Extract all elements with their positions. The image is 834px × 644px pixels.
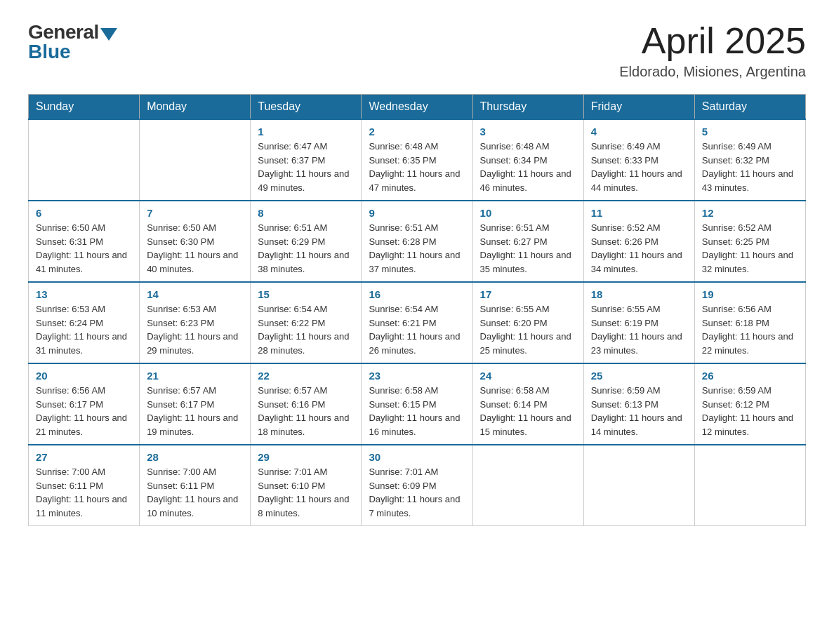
calendar-cell: 2Sunrise: 6:48 AMSunset: 6:35 PMDaylight… bbox=[362, 119, 472, 201]
day-number: 25 bbox=[591, 370, 687, 382]
calendar-cell: 19Sunrise: 6:56 AMSunset: 6:18 PMDayligh… bbox=[694, 282, 805, 363]
day-info: Sunrise: 6:58 AMSunset: 6:15 PMDaylight:… bbox=[369, 384, 465, 438]
calendar-header-tuesday: Tuesday bbox=[251, 95, 362, 120]
calendar-cell: 9Sunrise: 6:51 AMSunset: 6:28 PMDaylight… bbox=[362, 201, 472, 282]
calendar-cell: 13Sunrise: 6:53 AMSunset: 6:24 PMDayligh… bbox=[29, 282, 140, 363]
week-row-3: 13Sunrise: 6:53 AMSunset: 6:24 PMDayligh… bbox=[29, 282, 806, 363]
day-number: 17 bbox=[480, 288, 576, 300]
day-info: Sunrise: 6:52 AMSunset: 6:26 PMDaylight:… bbox=[591, 221, 687, 276]
calendar-cell: 16Sunrise: 6:54 AMSunset: 6:21 PMDayligh… bbox=[362, 282, 472, 363]
week-row-2: 6Sunrise: 6:50 AMSunset: 6:31 PMDaylight… bbox=[29, 201, 806, 282]
calendar-cell: 15Sunrise: 6:54 AMSunset: 6:22 PMDayligh… bbox=[251, 282, 362, 363]
day-number: 15 bbox=[258, 288, 354, 300]
day-info: Sunrise: 6:51 AMSunset: 6:29 PMDaylight:… bbox=[258, 221, 354, 276]
day-number: 1 bbox=[258, 126, 354, 137]
day-info: Sunrise: 6:47 AMSunset: 6:37 PMDaylight:… bbox=[258, 140, 354, 194]
day-info: Sunrise: 6:57 AMSunset: 6:17 PMDaylight:… bbox=[147, 384, 243, 438]
day-info: Sunrise: 6:51 AMSunset: 6:27 PMDaylight:… bbox=[480, 221, 576, 276]
day-number: 2 bbox=[369, 126, 465, 137]
day-number: 12 bbox=[702, 207, 798, 219]
day-number: 13 bbox=[36, 288, 132, 300]
day-number: 16 bbox=[369, 288, 465, 300]
calendar-cell: 24Sunrise: 6:58 AMSunset: 6:14 PMDayligh… bbox=[472, 363, 583, 445]
day-number: 28 bbox=[147, 451, 243, 463]
month-title: April 2025 bbox=[619, 21, 806, 61]
day-info: Sunrise: 6:50 AMSunset: 6:30 PMDaylight:… bbox=[147, 221, 243, 276]
calendar-cell bbox=[140, 119, 251, 201]
day-number: 7 bbox=[147, 207, 243, 219]
day-info: Sunrise: 6:55 AMSunset: 6:20 PMDaylight:… bbox=[480, 302, 576, 357]
page-header: General Blue April 2025 Eldorado, Mision… bbox=[28, 21, 806, 80]
day-info: Sunrise: 6:49 AMSunset: 6:32 PMDaylight:… bbox=[702, 140, 798, 194]
calendar-cell: 8Sunrise: 6:51 AMSunset: 6:29 PMDaylight… bbox=[251, 201, 362, 282]
calendar-cell: 6Sunrise: 6:50 AMSunset: 6:31 PMDaylight… bbox=[29, 201, 140, 282]
day-number: 5 bbox=[702, 126, 798, 137]
calendar-header-monday: Monday bbox=[140, 95, 251, 120]
calendar-cell: 12Sunrise: 6:52 AMSunset: 6:25 PMDayligh… bbox=[694, 201, 805, 282]
day-info: Sunrise: 6:57 AMSunset: 6:16 PMDaylight:… bbox=[258, 384, 354, 438]
calendar-cell: 29Sunrise: 7:01 AMSunset: 6:10 PMDayligh… bbox=[251, 445, 362, 526]
calendar-cell: 3Sunrise: 6:48 AMSunset: 6:34 PMDaylight… bbox=[472, 119, 583, 201]
logo-arrow-icon bbox=[100, 28, 117, 41]
calendar-table: SundayMondayTuesdayWednesdayThursdayFrid… bbox=[28, 94, 806, 526]
day-number: 19 bbox=[702, 288, 798, 300]
calendar-cell bbox=[29, 119, 140, 201]
calendar-cell: 7Sunrise: 6:50 AMSunset: 6:30 PMDaylight… bbox=[140, 201, 251, 282]
calendar-cell bbox=[583, 445, 694, 526]
week-row-5: 27Sunrise: 7:00 AMSunset: 6:11 PMDayligh… bbox=[29, 445, 806, 526]
day-number: 10 bbox=[480, 207, 576, 219]
day-info: Sunrise: 7:00 AMSunset: 6:11 PMDaylight:… bbox=[36, 465, 132, 520]
day-number: 6 bbox=[36, 207, 132, 219]
day-info: Sunrise: 6:52 AMSunset: 6:25 PMDaylight:… bbox=[702, 221, 798, 276]
calendar-cell: 22Sunrise: 6:57 AMSunset: 6:16 PMDayligh… bbox=[251, 363, 362, 445]
day-number: 26 bbox=[702, 370, 798, 382]
day-info: Sunrise: 6:48 AMSunset: 6:34 PMDaylight:… bbox=[480, 140, 576, 194]
day-info: Sunrise: 6:54 AMSunset: 6:21 PMDaylight:… bbox=[369, 302, 465, 357]
day-info: Sunrise: 7:01 AMSunset: 6:09 PMDaylight:… bbox=[369, 465, 465, 520]
calendar-cell: 21Sunrise: 6:57 AMSunset: 6:17 PMDayligh… bbox=[140, 363, 251, 445]
day-number: 20 bbox=[36, 370, 132, 382]
calendar-cell: 17Sunrise: 6:55 AMSunset: 6:20 PMDayligh… bbox=[472, 282, 583, 363]
day-info: Sunrise: 6:51 AMSunset: 6:28 PMDaylight:… bbox=[369, 221, 465, 276]
title-section: April 2025 Eldorado, Misiones, Argentina bbox=[619, 21, 806, 80]
day-number: 14 bbox=[147, 288, 243, 300]
day-number: 23 bbox=[369, 370, 465, 382]
calendar-cell: 18Sunrise: 6:55 AMSunset: 6:19 PMDayligh… bbox=[583, 282, 694, 363]
day-number: 21 bbox=[147, 370, 243, 382]
day-info: Sunrise: 6:50 AMSunset: 6:31 PMDaylight:… bbox=[36, 221, 132, 276]
calendar-header-friday: Friday bbox=[583, 95, 694, 120]
day-info: Sunrise: 6:59 AMSunset: 6:12 PMDaylight:… bbox=[702, 384, 798, 438]
week-row-4: 20Sunrise: 6:56 AMSunset: 6:17 PMDayligh… bbox=[29, 363, 806, 445]
calendar-cell: 26Sunrise: 6:59 AMSunset: 6:12 PMDayligh… bbox=[694, 363, 805, 445]
day-info: Sunrise: 6:48 AMSunset: 6:35 PMDaylight:… bbox=[369, 140, 465, 194]
day-number: 24 bbox=[480, 370, 576, 382]
day-number: 18 bbox=[591, 288, 687, 300]
day-number: 11 bbox=[591, 207, 687, 219]
day-info: Sunrise: 6:53 AMSunset: 6:24 PMDaylight:… bbox=[36, 302, 132, 357]
logo: General Blue bbox=[28, 21, 117, 63]
day-info: Sunrise: 6:54 AMSunset: 6:22 PMDaylight:… bbox=[258, 302, 354, 357]
calendar-cell bbox=[472, 445, 583, 526]
calendar-cell: 4Sunrise: 6:49 AMSunset: 6:33 PMDaylight… bbox=[583, 119, 694, 201]
calendar-header-row: SundayMondayTuesdayWednesdayThursdayFrid… bbox=[29, 95, 806, 120]
day-info: Sunrise: 7:01 AMSunset: 6:10 PMDaylight:… bbox=[258, 465, 354, 520]
day-info: Sunrise: 6:56 AMSunset: 6:18 PMDaylight:… bbox=[702, 302, 798, 357]
day-number: 3 bbox=[480, 126, 576, 137]
calendar-cell: 23Sunrise: 6:58 AMSunset: 6:15 PMDayligh… bbox=[362, 363, 472, 445]
calendar-cell: 20Sunrise: 6:56 AMSunset: 6:17 PMDayligh… bbox=[29, 363, 140, 445]
location-text: Eldorado, Misiones, Argentina bbox=[619, 64, 806, 80]
calendar-cell: 30Sunrise: 7:01 AMSunset: 6:09 PMDayligh… bbox=[362, 445, 472, 526]
calendar-cell: 1Sunrise: 6:47 AMSunset: 6:37 PMDaylight… bbox=[251, 119, 362, 201]
day-info: Sunrise: 6:55 AMSunset: 6:19 PMDaylight:… bbox=[591, 302, 687, 357]
day-info: Sunrise: 6:49 AMSunset: 6:33 PMDaylight:… bbox=[591, 140, 687, 194]
calendar-cell: 11Sunrise: 6:52 AMSunset: 6:26 PMDayligh… bbox=[583, 201, 694, 282]
calendar-cell: 5Sunrise: 6:49 AMSunset: 6:32 PMDaylight… bbox=[694, 119, 805, 201]
calendar-header-wednesday: Wednesday bbox=[362, 95, 472, 120]
day-info: Sunrise: 6:56 AMSunset: 6:17 PMDaylight:… bbox=[36, 384, 132, 438]
day-info: Sunrise: 7:00 AMSunset: 6:11 PMDaylight:… bbox=[147, 465, 243, 520]
calendar-header-thursday: Thursday bbox=[472, 95, 583, 120]
day-number: 29 bbox=[258, 451, 354, 463]
calendar-cell: 10Sunrise: 6:51 AMSunset: 6:27 PMDayligh… bbox=[472, 201, 583, 282]
calendar-cell: 25Sunrise: 6:59 AMSunset: 6:13 PMDayligh… bbox=[583, 363, 694, 445]
calendar-cell: 27Sunrise: 7:00 AMSunset: 6:11 PMDayligh… bbox=[29, 445, 140, 526]
